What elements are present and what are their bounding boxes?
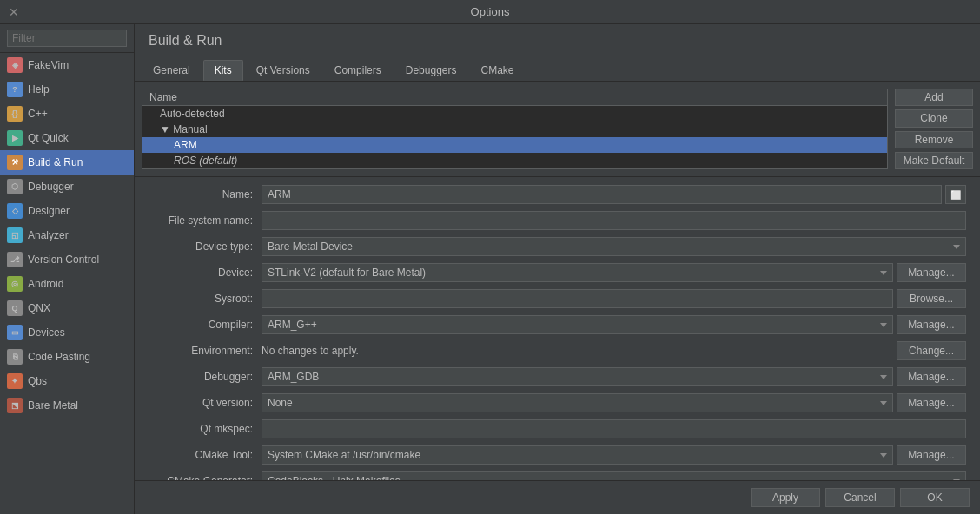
page-title: Build & Run (149, 33, 222, 48)
form-row-qtversion: Qt version:NoneManage... (149, 392, 966, 413)
form-label-name: Name: (149, 188, 262, 201)
sidebar-item-fakevim[interactable]: ◈FakeVim (0, 53, 134, 77)
sidebar-item-label-debugger: Debugger (28, 181, 74, 193)
qtmkspec-input[interactable] (262, 419, 966, 438)
form-control-debugger: ARM_GDBManage... (262, 367, 966, 386)
sidebar-item-label-designer: Designer (28, 205, 70, 217)
sidebar-item-label-qnx: QNX (28, 302, 50, 314)
qtquick-icon: ▶ (7, 130, 23, 146)
debugger-icon: ⬡ (7, 179, 23, 194)
ok-button[interactable]: OK (900, 488, 970, 507)
debugger-manage-button[interactable]: Manage... (897, 367, 966, 386)
compiler-select[interactable]: ARM_G++ (262, 315, 893, 334)
apply-button[interactable]: Apply (751, 488, 820, 507)
sidebar-item-label-buildrun: Build & Run (28, 156, 83, 168)
analyzer-icon: ◱ (7, 227, 23, 243)
devicetype-select[interactable]: Bare Metal Device (262, 237, 966, 256)
form-label-compiler: Compiler: (149, 319, 262, 331)
environment-change-button[interactable]: Change... (897, 341, 966, 360)
sidebar-item-qbs[interactable]: ✦Qbs (0, 369, 134, 393)
sidebar-item-label-help: Help (28, 83, 50, 96)
sidebar-item-designer[interactable]: ◇Designer (0, 199, 134, 223)
form-label-environment: Environment: (149, 345, 262, 357)
kit-tree-item-arm[interactable]: ARM (142, 137, 887, 153)
device-select[interactable]: STLink-V2 (default for Bare Metal) (262, 263, 893, 282)
form-row-compiler: Compiler:ARM_G++Manage... (149, 314, 966, 335)
tab-cmake[interactable]: CMake (469, 60, 525, 81)
sidebar-item-cpp[interactable]: {}C++ (0, 102, 134, 126)
add-kit-button[interactable]: Add (895, 89, 973, 106)
tab-general[interactable]: General (142, 60, 202, 81)
kit-buttons: Add Clone Remove Make Default (895, 89, 973, 169)
form-row-cmaketool: CMake Tool:System CMake at /usr/bin/cmak… (149, 445, 966, 465)
sidebar-item-analyzer[interactable]: ◱Analyzer (0, 223, 134, 247)
cancel-button[interactable]: Cancel (825, 488, 895, 507)
qnx-icon: Q (7, 300, 23, 316)
tab-compilers[interactable]: Compilers (323, 60, 393, 81)
kit-tree-item-manual[interactable]: ▼ Manual (142, 122, 887, 137)
sidebar-item-versioncontrol[interactable]: ⎇Version Control (0, 247, 134, 272)
sidebar-item-label-codepasting: Code Pasting (28, 351, 90, 363)
sidebar-item-help[interactable]: ?Help (0, 77, 134, 102)
codepasting-icon: ⎘ (7, 349, 23, 365)
title-bar: ✕ Options (0, 0, 980, 24)
form-control-filesystem (262, 211, 966, 230)
tab-qtversions[interactable]: Qt Versions (245, 60, 321, 81)
cmaketool-select[interactable]: System CMake at /usr/bin/cmake (262, 445, 893, 465)
name-screen-icon[interactable]: ⬜ (945, 185, 966, 204)
sidebar-item-qtquick[interactable]: ▶Qt Quick (0, 126, 134, 150)
sidebar-item-android[interactable]: ◎Android (0, 272, 134, 296)
kit-tree-item-autodetected[interactable]: Auto-detected (142, 106, 887, 122)
sidebar-item-baremetal[interactable]: ⬔Bare Metal (0, 393, 134, 418)
form-row-qtmkspec: Qt mkspec: (149, 418, 966, 439)
form-row-environment: Environment:No changes to apply.Change..… (149, 340, 966, 361)
footer: Apply Cancel OK (135, 480, 980, 514)
tab-debuggers[interactable]: Debuggers (394, 60, 468, 81)
form-control-qtversion: NoneManage... (262, 393, 966, 412)
name-input[interactable] (262, 185, 942, 204)
tab-kits[interactable]: Kits (203, 60, 243, 81)
sidebar-item-debugger[interactable]: ⬡Debugger (0, 175, 134, 199)
form-control-name: ⬜ (262, 185, 966, 204)
form-control-qtmkspec (262, 419, 966, 438)
sidebar-item-devices[interactable]: ▭Devices (0, 320, 134, 345)
form-label-qtmkspec: Qt mkspec: (149, 423, 262, 435)
filesystem-input[interactable] (262, 211, 966, 230)
form-row-cmakegen: CMake Generator:CodeBlocks - Unix Makefi… (149, 471, 966, 480)
sidebar-item-label-cpp: C++ (28, 108, 48, 120)
device-manage-button[interactable]: Manage... (897, 263, 966, 282)
sidebar-item-label-fakevim: FakeVim (28, 59, 69, 71)
form-row-name: Name:⬜ (149, 184, 966, 205)
kit-tree-item-ros[interactable]: ROS (default) (142, 153, 887, 168)
devices-icon: ▭ (7, 325, 23, 340)
debugger-select[interactable]: ARM_GDB (262, 367, 893, 386)
sidebar-item-label-versioncontrol: Version Control (28, 254, 99, 266)
remove-kit-button[interactable]: Remove (895, 131, 973, 148)
sysroot-browse-button[interactable]: Browse... (897, 289, 966, 308)
tabs-bar: GeneralKitsQt VersionsCompilersDebuggers… (135, 56, 980, 82)
form-row-sysroot: Sysroot:Browse... (149, 288, 966, 309)
clone-kit-button[interactable]: Clone (895, 109, 973, 127)
form-control-device: STLink-V2 (default for Bare Metal)Manage… (262, 263, 966, 282)
sidebar-item-buildrun[interactable]: ⚒Build & Run (0, 150, 134, 175)
cmakegen-select[interactable]: CodeBlocks - Unix Makefiles (262, 471, 966, 480)
close-button[interactable]: ✕ (9, 6, 19, 18)
sidebar-item-label-baremetal: Bare Metal (28, 399, 78, 412)
filter-input[interactable] (7, 30, 127, 47)
compiler-manage-button[interactable]: Manage... (897, 315, 966, 334)
sidebar-item-codepasting[interactable]: ⎘Code Pasting (0, 345, 134, 369)
qtversion-select[interactable]: None (262, 393, 893, 412)
form-label-filesystem: File system name: (149, 214, 262, 227)
android-icon: ◎ (7, 276, 23, 292)
versioncontrol-icon: ⎇ (7, 252, 23, 267)
form-control-cmakegen: CodeBlocks - Unix Makefiles (262, 471, 966, 480)
sidebar-item-qnx[interactable]: QQNX (0, 296, 134, 320)
make-default-button[interactable]: Make Default (895, 152, 973, 169)
buildrun-icon: ⚒ (7, 155, 23, 170)
sysroot-input[interactable] (262, 289, 893, 308)
cpp-icon: {} (7, 106, 23, 122)
cmaketool-manage-button[interactable]: Manage... (897, 445, 966, 465)
sidebar-filter-area (0, 24, 134, 53)
qtversion-manage-button[interactable]: Manage... (897, 393, 966, 412)
form-control-sysroot: Browse... (262, 289, 966, 308)
